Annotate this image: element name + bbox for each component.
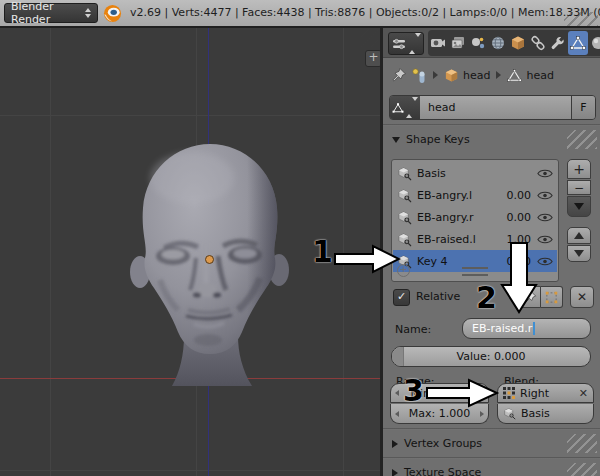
arrow-down-icon: [574, 250, 584, 257]
panel-drag-hatch[interactable]: [567, 434, 597, 453]
annotation-arrow-3: [425, 377, 500, 409]
move-shape-key-up-button[interactable]: [567, 227, 591, 244]
panel-drag-hatch[interactable]: [567, 130, 597, 149]
blender-window: { "info_bar": { "engine_selector": "Blen…: [0, 0, 600, 476]
tab-render-layers[interactable]: [448, 31, 468, 55]
add-shape-key-button[interactable]: +: [567, 159, 591, 179]
move-shape-key-down-button[interactable]: [567, 245, 591, 262]
chain-icon: [530, 35, 546, 51]
panel-collapsed-icon: [392, 469, 398, 476]
select-arrows-icon: [409, 37, 421, 50]
shape-key-name-input[interactable]: EB-raised.r: [462, 318, 591, 339]
eye-icon[interactable]: [537, 190, 553, 201]
texture-space-panel-header[interactable]: Texture Space: [383, 460, 600, 476]
shape-key-name: EB-raised.l: [417, 233, 507, 246]
annotation-arrow-2: [500, 241, 538, 314]
relative-checkbox[interactable]: ✓: [393, 289, 410, 306]
pin-icon[interactable]: [391, 67, 407, 83]
annotation-number-1: 1: [312, 237, 333, 267]
vertex-group-value: Right: [520, 387, 549, 400]
object-origin-dot: [205, 255, 214, 264]
shapekey-icon: [397, 188, 412, 203]
object-data-icon: [411, 67, 427, 83]
shape-key-specials-menu[interactable]: [567, 196, 591, 217]
eye-icon[interactable]: [537, 234, 553, 245]
fake-user-button[interactable]: F: [571, 96, 595, 119]
mesh-data-icon[interactable]: [507, 68, 522, 83]
shape-key-name: Key 4: [417, 255, 507, 268]
clear-button[interactable]: ✕: [570, 286, 594, 308]
blend-from-shape-select[interactable]: Basis: [497, 404, 594, 424]
list-resize-grip[interactable]: [462, 267, 488, 276]
tab-scene[interactable]: [468, 31, 488, 55]
globe-icon: [490, 35, 506, 51]
properties-header: [383, 28, 600, 58]
info-bar: Blender Render v2.69 | Verts:4477 | Face…: [0, 0, 600, 28]
eye-icon[interactable]: [537, 168, 553, 179]
text-cursor: [533, 322, 535, 335]
select-arrows-icon: [85, 8, 91, 18]
layers-icon: [450, 35, 466, 51]
vertex-group-select[interactable]: Right ✕: [497, 383, 594, 403]
shape-key-name: EB-angry.l: [417, 189, 507, 202]
shape-key-row[interactable]: EB-angry.l 0.00: [393, 184, 557, 206]
editor-type-select[interactable]: [388, 32, 424, 55]
object-cube-icon[interactable]: [444, 68, 459, 83]
camera-icon: [430, 35, 446, 51]
name-input-value: EB-raised.r: [472, 322, 532, 335]
tab-world[interactable]: [488, 31, 508, 55]
eye-icon[interactable]: [537, 256, 553, 267]
name-label: Name:: [395, 323, 431, 336]
vertex-groups-panel-header[interactable]: Vertex Groups: [383, 431, 600, 456]
render-engine-label: Blender Render: [11, 0, 85, 26]
shape-key-edit-mode-button[interactable]: [541, 286, 563, 308]
panel-drag-hatch[interactable]: [567, 463, 597, 476]
infobar-resize-hatch[interactable]: [564, 12, 598, 26]
grid-line: [0, 470, 380, 471]
panel-title: Shape Keys: [406, 133, 470, 146]
relative-label: Relative: [416, 290, 460, 303]
chevron-right-icon: [433, 71, 438, 79]
tab-render[interactable]: [428, 31, 448, 55]
breadcrumb-object-name[interactable]: head: [463, 69, 490, 82]
tab-object-data[interactable]: [568, 31, 588, 55]
remove-shape-key-button[interactable]: −: [567, 180, 591, 195]
blender-logo-icon: [103, 4, 122, 23]
tab-object[interactable]: [508, 31, 528, 55]
decrement-arrow-icon[interactable]: [395, 411, 399, 417]
breadcrumb: head head: [383, 58, 600, 92]
datablock-name-field[interactable]: head: [420, 96, 571, 119]
shape-key-row[interactable]: EB-angry.r 0.00: [393, 206, 557, 228]
tab-material[interactable]: [588, 31, 600, 55]
shapekey-icon: [397, 210, 412, 225]
shape-key-value: 0.00: [507, 211, 532, 224]
properties-tab-strip: [428, 30, 600, 56]
clear-vertex-group-icon[interactable]: ✕: [579, 387, 588, 400]
decrement-arrow-icon[interactable]: [395, 390, 399, 396]
show-region-button[interactable]: +: [365, 50, 380, 67]
shape-key-row[interactable]: Basis: [393, 162, 557, 184]
eye-icon[interactable]: [537, 212, 553, 223]
shapekey-icon: [397, 166, 412, 181]
annotation-number-2: 2: [476, 283, 497, 313]
viewport-resize-hatch[interactable]: [361, 29, 379, 47]
shapekey-icon: [503, 407, 516, 420]
increment-arrow-icon[interactable]: [480, 411, 484, 417]
select-arrows-icon: [406, 101, 418, 114]
scene-statistics: v2.69 | Verts:4477 | Faces:4438 | Tris:8…: [130, 0, 600, 26]
menu-arrow-icon: [574, 203, 584, 210]
datablock-type-select[interactable]: [390, 96, 420, 119]
tab-modifiers[interactable]: [548, 31, 568, 55]
breadcrumb-data-name[interactable]: head: [526, 69, 553, 82]
grid-line: [0, 115, 380, 116]
tab-constraints[interactable]: [528, 31, 548, 55]
value-slider[interactable]: Value: 0.000: [391, 346, 591, 367]
panel-expanded-icon: [392, 137, 400, 143]
render-engine-select[interactable]: Blender Render: [4, 3, 98, 23]
properties-editor-icon: [392, 38, 406, 50]
shape-keys-panel-header[interactable]: Shape Keys: [383, 127, 600, 152]
sphere-icon: [590, 35, 600, 51]
grid-line: [50, 28, 51, 476]
shape-key-name: EB-angry.r: [417, 211, 507, 224]
mesh-triangle-icon: [570, 35, 586, 51]
